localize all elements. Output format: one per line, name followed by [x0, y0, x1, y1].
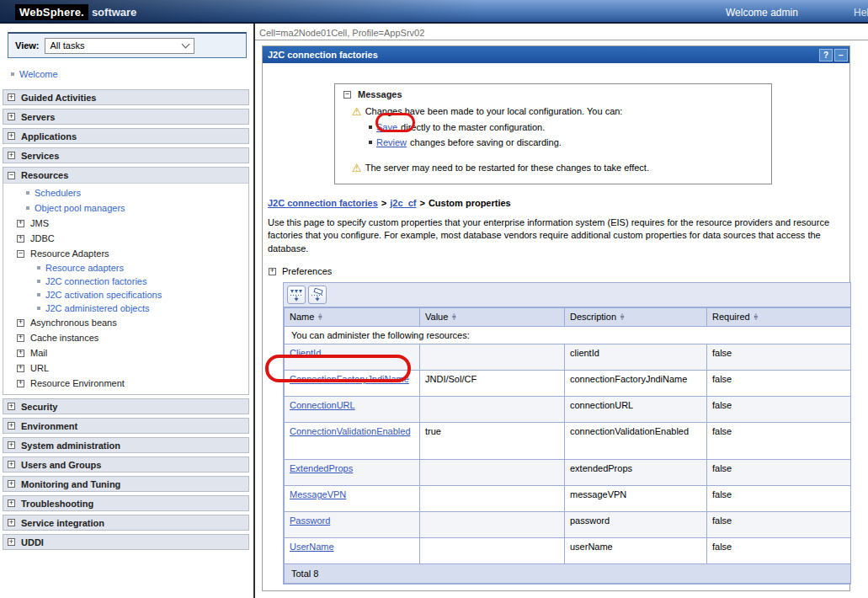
warning-icon: ⚠	[352, 163, 362, 174]
bullet-icon	[26, 206, 29, 210]
sort-icon[interactable]	[620, 313, 624, 321]
expand-icon[interactable]	[269, 268, 276, 275]
review-link[interactable]: Review	[376, 137, 407, 147]
help-link[interactable]: Help	[854, 7, 868, 19]
collapse-icon[interactable]	[343, 91, 351, 99]
properties-table: Name Value Description Required You can …	[283, 282, 851, 585]
breadcrumb-j2c-connection-factories[interactable]: J2C connection factories	[268, 198, 378, 208]
expand-icon[interactable]	[8, 461, 15, 468]
panel-minimize-button[interactable]: −	[834, 49, 848, 61]
sidebar-subsection-jdbc[interactable]: JDBC	[3, 231, 248, 246]
sidebar-section-troubleshooting[interactable]: Troubleshooting	[3, 495, 249, 511]
expand-icon[interactable]	[8, 499, 15, 507]
view-select-value: All tasks	[51, 40, 85, 51]
sidebar-item-object-pool-managers[interactable]: Object pool managers	[3, 200, 248, 216]
sidebar-section-security[interactable]: Security	[3, 398, 249, 414]
property-link-clientid[interactable]: ClientId	[290, 348, 321, 358]
sidebar-section-service-integration[interactable]: Service integration	[3, 515, 249, 531]
sidebar-section-applications[interactable]: Applications	[3, 128, 249, 144]
property-link-connectionfactoryjndiname[interactable]: ConnectionFactoryJndiName	[290, 374, 409, 384]
sidebar-item-welcome[interactable]: Welcome	[0, 67, 253, 82]
table-row: MessageVPN messageVPN false	[285, 486, 851, 512]
sort-icon[interactable]	[452, 313, 455, 321]
sidebar-subsection-mail[interactable]: Mail	[3, 345, 248, 360]
clear-filter-button[interactable]	[308, 286, 327, 304]
show-filter-button[interactable]	[287, 286, 306, 304]
collapse-icon[interactable]	[8, 172, 15, 179]
bullet-icon	[37, 293, 40, 296]
expand-icon[interactable]	[17, 365, 24, 372]
sidebar-subsection-resource-environment[interactable]: Resource Environment	[3, 376, 248, 391]
expand-icon[interactable]	[8, 152, 15, 159]
property-link-username[interactable]: UserName	[290, 542, 334, 552]
sidebar-item-j2c-connection-factories[interactable]: J2C connection factories	[3, 275, 248, 288]
sidebar-section-guided-activities[interactable]: Guided Activities	[3, 89, 249, 105]
column-header-required[interactable]: Required	[707, 308, 851, 327]
expand-icon[interactable]	[17, 319, 24, 327]
table-row: ExtendedProps extendedProps false	[285, 460, 851, 486]
sidebar-section-system-administration[interactable]: System administration	[3, 437, 249, 453]
sidebar-section-uddi[interactable]: UDDI	[3, 534, 249, 550]
cell-profile-context: Cell=ma2Node01Cell, Profile=AppSrv02	[255, 25, 868, 40]
sidebar-subsection-asynchronous-beans[interactable]: Asynchronous beans	[3, 315, 248, 330]
expand-icon[interactable]	[17, 220, 24, 227]
sidebar-subsection-cache-instances[interactable]: Cache instances	[3, 330, 248, 345]
breadcrumb-j2c-cf[interactable]: j2c_cf	[390, 198, 416, 208]
expand-icon[interactable]	[8, 538, 15, 546]
sidebar-item-j2c-administered-objects[interactable]: J2C administered objects	[3, 302, 248, 315]
table-row: ConnectionValidationEnabled true connect…	[285, 423, 851, 460]
expand-icon[interactable]	[8, 132, 15, 140]
expand-icon[interactable]	[8, 113, 15, 120]
property-link-connectionvalidationenabled[interactable]: ConnectionValidationEnabled	[290, 426, 411, 436]
expand-icon[interactable]	[8, 93, 15, 101]
sidebar-section-services[interactable]: Services	[3, 147, 249, 163]
expand-icon[interactable]	[17, 334, 24, 342]
preferences-toggle[interactable]: Preferences	[269, 266, 849, 276]
sort-icon[interactable]	[318, 313, 322, 321]
sidebar-item-schedulers[interactable]: Schedulers	[3, 185, 248, 200]
property-link-connectionurl[interactable]: ConnectionURL	[290, 400, 355, 410]
restart-warning-line: ⚠ The server may need to be restarted fo…	[352, 163, 763, 174]
expand-icon[interactable]	[8, 403, 15, 410]
breadcrumb: J2C connection factories>j2c_cf>Custom p…	[268, 198, 849, 208]
column-header-name[interactable]: Name	[285, 308, 420, 327]
sidebar-subsection-url[interactable]: URL	[3, 360, 248, 376]
property-link-password[interactable]: Password	[290, 515, 330, 526]
property-link-messagevpn[interactable]: MessageVPN	[290, 489, 346, 499]
expand-icon[interactable]	[8, 441, 15, 449]
collapse-icon[interactable]	[17, 250, 24, 258]
sidebar-section-resources[interactable]: Resources	[3, 168, 248, 184]
expand-icon[interactable]	[8, 422, 15, 430]
property-link-extendedprops[interactable]: ExtendedProps	[290, 463, 353, 473]
view-select[interactable]: All tasks	[45, 38, 194, 54]
table-row: ConnectionURL connectionURL false	[285, 397, 851, 423]
sidebar-item-j2c-activation-specifications[interactable]: J2C activation specifications	[3, 288, 248, 302]
sort-icon[interactable]	[754, 313, 758, 321]
panel-title: J2C connection factories	[268, 50, 817, 60]
expand-icon[interactable]	[17, 235, 24, 243]
sidebar-section-environment[interactable]: Environment	[3, 418, 249, 434]
sidebar-item-resource-adapters[interactable]: Resource adapters	[3, 261, 248, 275]
sidebar-subsection-resource-adapters[interactable]: Resource Adapters	[3, 246, 248, 261]
sidebar-subsection-jms[interactable]: JMS	[3, 216, 248, 231]
messages-changes-line: ⚠ Changes have been made to your local c…	[352, 106, 763, 117]
expand-icon[interactable]	[8, 519, 15, 526]
save-link[interactable]: Save	[376, 122, 397, 132]
chevron-down-icon	[181, 40, 189, 48]
bullet-icon	[26, 191, 29, 195]
table-row: Password password false	[285, 512, 851, 538]
panel-titlebar: J2C connection factories ? −	[263, 46, 849, 63]
expand-icon[interactable]	[17, 350, 24, 357]
sidebar-section-servers[interactable]: Servers	[3, 109, 249, 125]
expand-icon[interactable]	[17, 380, 24, 387]
sidebar-section-monitoring-and-tuning[interactable]: Monitoring and Tuning	[3, 476, 249, 492]
expand-icon[interactable]	[8, 480, 15, 488]
bullet-icon	[11, 72, 14, 76]
logo-primary: WebSphere.	[15, 4, 88, 20]
panel-help-button[interactable]: ?	[819, 49, 833, 61]
column-header-description[interactable]: Description	[565, 308, 707, 327]
column-header-value[interactable]: Value	[420, 308, 565, 327]
bullet-icon	[37, 280, 40, 283]
sidebar-section-users-and-groups[interactable]: Users and Groups	[3, 457, 249, 473]
bullet-icon	[369, 141, 372, 144]
